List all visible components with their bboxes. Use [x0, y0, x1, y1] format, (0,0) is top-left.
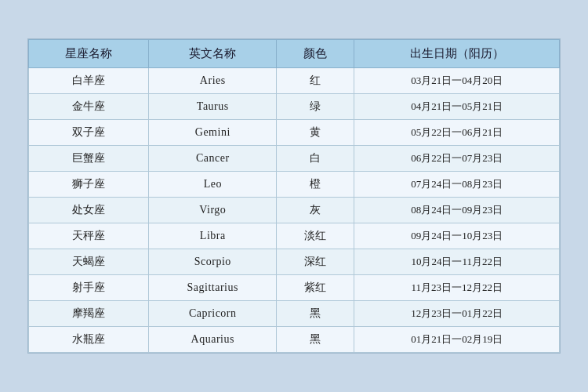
cell-zh-name: 白羊座: [29, 68, 149, 94]
cell-color: 黑: [277, 301, 354, 327]
header-en-name: 英文名称: [149, 40, 277, 68]
table-row: 巨蟹座Cancer白06月22日一07月23日: [29, 146, 560, 172]
cell-zh-name: 天蝎座: [29, 249, 149, 275]
cell-zh-name: 双子座: [29, 120, 149, 146]
header-date: 出生日期（阳历）: [354, 40, 560, 68]
cell-en-name: Virgo: [149, 198, 277, 223]
cell-zh-name: 射手座: [29, 275, 149, 301]
cell-color: 灰: [277, 198, 354, 223]
cell-zh-name: 狮子座: [29, 172, 149, 198]
cell-en-name: Cancer: [149, 146, 277, 172]
cell-en-name: Scorpio: [149, 249, 277, 275]
cell-color: 深红: [277, 249, 354, 275]
cell-en-name: Aquarius: [149, 327, 277, 353]
cell-zh-name: 处女座: [29, 198, 149, 223]
cell-color: 橙: [277, 172, 354, 198]
table-row: 摩羯座Capricorn黑12月23日一01月22日: [29, 301, 560, 327]
zodiac-table: 星座名称 英文名称 颜色 出生日期（阳历） 白羊座Aries红03月21日一04…: [28, 39, 560, 353]
cell-en-name: Capricorn: [149, 301, 277, 327]
table-row: 处女座Virgo灰08月24日一09月23日: [29, 198, 560, 223]
cell-color: 红: [277, 68, 354, 94]
table-body: 白羊座Aries红03月21日一04月20日金牛座Taurus绿04月21日一0…: [29, 68, 560, 353]
cell-date: 09月24日一10月23日: [354, 223, 560, 249]
cell-zh-name: 摩羯座: [29, 301, 149, 327]
cell-color: 绿: [277, 94, 354, 120]
header-color: 颜色: [277, 40, 354, 68]
header-zh-name: 星座名称: [29, 40, 149, 68]
cell-date: 10月24日一11月22日: [354, 249, 560, 275]
table-row: 白羊座Aries红03月21日一04月20日: [29, 68, 560, 94]
cell-zh-name: 天秤座: [29, 223, 149, 249]
cell-date: 08月24日一09月23日: [354, 198, 560, 223]
cell-color: 紫红: [277, 275, 354, 301]
cell-date: 01月21日一02月19日: [354, 327, 560, 353]
cell-en-name: Gemini: [149, 120, 277, 146]
cell-date: 12月23日一01月22日: [354, 301, 560, 327]
table-row: 水瓶座Aquarius黑01月21日一02月19日: [29, 327, 560, 353]
cell-date: 03月21日一04月20日: [354, 68, 560, 94]
table-header-row: 星座名称 英文名称 颜色 出生日期（阳历）: [29, 40, 560, 68]
cell-zh-name: 水瓶座: [29, 327, 149, 353]
table-row: 天蝎座Scorpio深红10月24日一11月22日: [29, 249, 560, 275]
zodiac-table-container: 星座名称 英文名称 颜色 出生日期（阳历） 白羊座Aries红03月21日一04…: [27, 38, 561, 354]
cell-date: 06月22日一07月23日: [354, 146, 560, 172]
cell-date: 04月21日一05月21日: [354, 94, 560, 120]
cell-date: 05月22日一06月21日: [354, 120, 560, 146]
cell-date: 11月23日一12月22日: [354, 275, 560, 301]
cell-en-name: Aries: [149, 68, 277, 94]
cell-color: 黑: [277, 327, 354, 353]
cell-en-name: Leo: [149, 172, 277, 198]
table-row: 天秤座Libra淡红09月24日一10月23日: [29, 223, 560, 249]
cell-en-name: Sagittarius: [149, 275, 277, 301]
table-row: 狮子座Leo橙07月24日一08月23日: [29, 172, 560, 198]
cell-en-name: Taurus: [149, 94, 277, 120]
cell-zh-name: 金牛座: [29, 94, 149, 120]
table-row: 金牛座Taurus绿04月21日一05月21日: [29, 94, 560, 120]
table-row: 双子座Gemini黄05月22日一06月21日: [29, 120, 560, 146]
cell-color: 白: [277, 146, 354, 172]
cell-color: 黄: [277, 120, 354, 146]
cell-en-name: Libra: [149, 223, 277, 249]
cell-date: 07月24日一08月23日: [354, 172, 560, 198]
cell-color: 淡红: [277, 223, 354, 249]
cell-zh-name: 巨蟹座: [29, 146, 149, 172]
table-row: 射手座Sagittarius紫红11月23日一12月22日: [29, 275, 560, 301]
